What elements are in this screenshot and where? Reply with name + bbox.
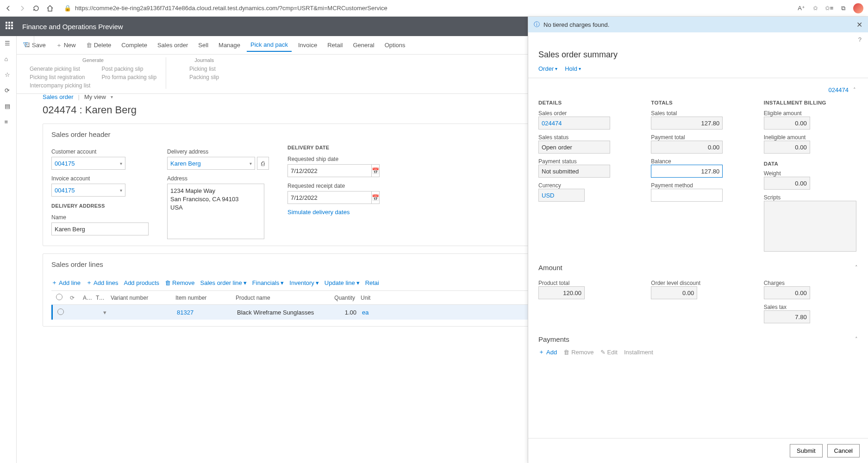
url-bar[interactable]: 🔒 https://comme2e-tie-ring2a9136f7d174e8…	[60, 2, 791, 15]
summary-title: Sales order summary	[528, 46, 868, 65]
hold-menu[interactable]: Hold▾	[565, 65, 581, 72]
left-nav-rail: ☰ ⌂ ☆ ⟳ ▤ ≡	[0, 36, 17, 94]
reload-icon[interactable]	[32, 5, 40, 12]
breadcrumb-my-view[interactable]: My view	[84, 93, 106, 94]
chevron-down-icon: ▾	[555, 66, 557, 71]
hamburger-icon[interactable]: ☰	[5, 40, 12, 47]
home-icon[interactable]	[46, 5, 54, 12]
chevron-down-icon: ▾	[579, 66, 581, 71]
url-text: https://comme2e-tie-ring2a9136f7d174e86d…	[75, 5, 387, 12]
chevron-up-icon[interactable]: ˄	[853, 87, 856, 93]
app-title: Finance and Operations Preview	[22, 23, 123, 31]
close-icon[interactable]: ✕	[856, 20, 862, 29]
nav-recent-icon[interactable]: ⟳	[5, 87, 12, 94]
order-number-link[interactable]: 024474	[829, 86, 849, 93]
summary-menu: Order▾ Hold▾	[528, 65, 868, 78]
funnel-icon[interactable]: ▽	[17, 41, 34, 48]
forward-icon[interactable]	[19, 5, 26, 12]
info-message-text: No tiered charges found.	[543, 21, 609, 28]
filter-rail: ▽	[17, 36, 34, 48]
collections-icon[interactable]: ⧉	[839, 5, 847, 12]
nav-home-icon[interactable]: ⌂	[5, 56, 12, 63]
lock-icon: 🔒	[64, 5, 71, 12]
info-icon: ⓘ	[534, 20, 540, 29]
summary-panel: ⓘ No tiered charges found. ✕ ? Sales ord…	[528, 17, 868, 94]
info-message-bar: ⓘ No tiered charges found. ✕	[528, 17, 868, 32]
nav-star-icon[interactable]: ☆	[5, 71, 12, 79]
app-launcher-icon[interactable]	[6, 22, 15, 31]
favorites-icon[interactable]: ✩≡	[825, 5, 833, 12]
star-icon[interactable]: ✩	[812, 5, 819, 12]
breadcrumb-sales-order[interactable]: Sales order	[43, 93, 73, 94]
order-menu[interactable]: Order▾	[538, 65, 557, 72]
read-aloud-icon[interactable]: A⁺	[798, 5, 805, 12]
help-icon[interactable]: ?	[858, 36, 862, 43]
profile-avatar[interactable]	[853, 3, 863, 13]
back-icon[interactable]	[5, 5, 12, 12]
browser-bar: 🔒 https://comme2e-tie-ring2a9136f7d174e8…	[0, 0, 868, 17]
